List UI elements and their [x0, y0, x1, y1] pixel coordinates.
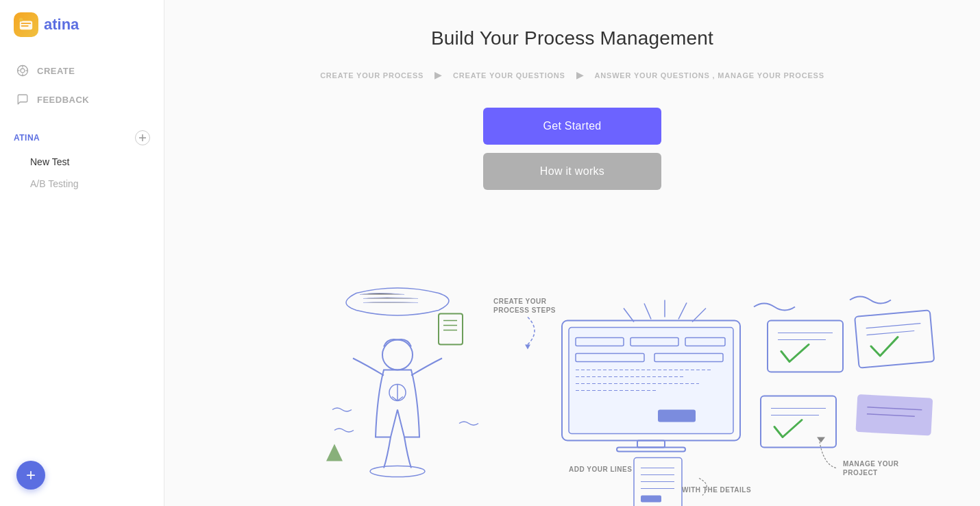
steps-bar: CREATE YOUR PROCESS ▶ CREATE YOUR QUESTI… — [312, 70, 833, 80]
page-title: Build Your Process Management — [431, 27, 713, 49]
sidebar-item-create-label: CREATE — [37, 66, 75, 76]
sidebar-item-ab-testing[interactable]: A/B Testing — [14, 173, 150, 195]
get-started-button[interactable]: Get Started — [483, 108, 661, 145]
svg-marker-65 — [817, 437, 825, 443]
svg-rect-36 — [637, 441, 665, 448]
sidebar-item-create[interactable]: CREATE — [0, 56, 164, 85]
logo-text: atina — [44, 16, 79, 34]
svg-rect-37 — [617, 448, 685, 452]
svg-line-56 — [867, 330, 915, 335]
svg-text:PROCESS STEPS: PROCESS STEPS — [493, 306, 556, 314]
svg-point-3 — [21, 69, 25, 73]
sidebar-section-atina: ATINA New Test A/B Testing — [0, 121, 164, 199]
step-arrow-1: ▶ — [434, 70, 442, 80]
svg-text:CREATE YOUR: CREATE YOUR — [493, 298, 547, 305]
svg-line-40 — [678, 303, 687, 320]
svg-text:ADD YOUR LINES: ADD YOUR LINES — [569, 466, 632, 473]
svg-text:PROJECT: PROJECT — [843, 469, 878, 477]
sidebar-add-button[interactable] — [135, 130, 150, 145]
sidebar-item-new-test[interactable]: New Test — [14, 151, 150, 173]
feedback-icon — [16, 93, 29, 106]
svg-rect-25 — [569, 328, 733, 434]
sidebar-section-title: ATINA — [14, 133, 40, 143]
sidebar-item-feedback-label: FEEDBACK — [37, 95, 89, 105]
step-3-label: ANSWER YOUR QUESTIONS , MANAGE YOUR PROC… — [587, 71, 833, 80]
svg-point-1 — [19, 18, 23, 22]
create-icon — [16, 64, 29, 77]
sidebar-item-feedback[interactable]: FEEDBACK — [0, 85, 164, 114]
svg-point-10 — [382, 340, 413, 370]
svg-line-55 — [866, 324, 921, 328]
svg-point-15 — [370, 466, 425, 477]
plus-icon — [138, 134, 147, 142]
svg-rect-49 — [641, 496, 661, 503]
fab-button[interactable]: + — [16, 461, 45, 490]
main-content: Build Your Process Management CREATE YOU… — [164, 0, 980, 506]
illustration-area: CREATE YOUR PROCESS STEPS — [164, 204, 980, 506]
svg-marker-16 — [326, 444, 343, 461]
svg-marker-23 — [525, 345, 530, 350]
svg-rect-17 — [439, 314, 463, 345]
how-it-works-button[interactable]: How it works — [483, 153, 661, 190]
logo-area: atina — [0, 0, 164, 49]
step-arrow-2: ▶ — [576, 70, 584, 80]
sidebar-nav: CREATE FEEDBACK — [0, 49, 164, 121]
svg-line-38 — [644, 304, 651, 320]
sidebar-section-header: ATINA — [14, 130, 150, 145]
sidebar: atina CREATE FEEDBACK ATINA — [0, 0, 164, 506]
svg-text:MANAGE YOUR: MANAGE YOUR — [843, 460, 899, 468]
svg-rect-35 — [658, 410, 696, 422]
logo-icon — [14, 12, 38, 37]
svg-text:WITH THE DETAILS: WITH THE DETAILS — [682, 486, 751, 494]
step-2-label: CREATE YOUR QUESTIONS — [445, 71, 574, 80]
step-1-label: CREATE YOUR PROCESS — [312, 71, 432, 80]
